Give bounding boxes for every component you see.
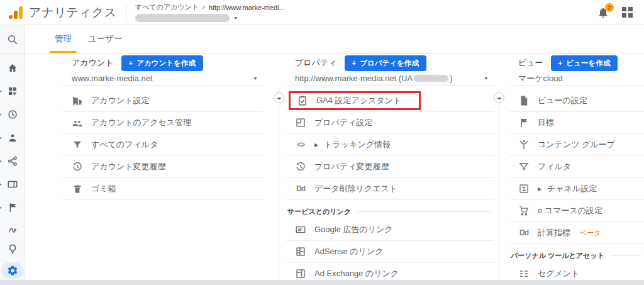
calculated-metrics-dd-icon: Dd (518, 228, 530, 237)
red-highlight-box: GA4 設定アシスタント (289, 91, 421, 110)
view-selector[interactable]: マーケcloud (509, 71, 644, 86)
menu-item-tracking-info[interactable]: <> ▶ トラッキング情報 (286, 134, 494, 156)
breadcrumb-property-path[interactable]: http://www.marke-medi... (209, 4, 285, 11)
menu-item-all-filters[interactable]: すべてのフィルタ (63, 134, 263, 156)
menu-item-filters[interactable]: フィルタ (509, 156, 644, 178)
nav-audience-icon[interactable]: ▸ (7, 132, 18, 143)
column-divider (499, 88, 499, 280)
menu-item-property-settings[interactable]: プロパティ設定 (286, 112, 494, 134)
menu-item-channel-settings[interactable]: ▶ チャネル設定 (509, 178, 644, 200)
create-account-button[interactable]: + アカウントを作成 (121, 55, 203, 71)
property-column: プロパティ + プロパティを作成 http://www.marke-media.… (286, 55, 494, 285)
menu-item-adsense-link[interactable]: AdSense のリンク (286, 241, 494, 263)
shopping-cart-icon (518, 205, 530, 216)
menu-item-content-grouping[interactable]: コンテンツ グループ (509, 134, 644, 156)
section-product-links: サービスとのリンク (286, 204, 494, 219)
nav-behavior-icon[interactable]: ▸ (7, 179, 18, 190)
apps-grid-icon[interactable] (622, 7, 633, 18)
property-selector[interactable]: http://www.marke-media.net (UA ) ▼ (286, 71, 494, 86)
redacted-account-name (135, 14, 230, 22)
expand-arrow-icon: ▶ (314, 142, 318, 148)
nav-expander-icon: ▸ (0, 159, 2, 164)
people-icon (72, 117, 83, 128)
account-breadcrumb[interactable]: すべてのアカウント > http://www.marke-medi... ▼ (135, 3, 285, 22)
data-deletion-dd-icon: Dd (295, 184, 306, 193)
chevron-down-icon: ▼ (484, 76, 489, 81)
plus-icon: + (129, 59, 133, 67)
breadcrumb-separator: > (202, 4, 206, 11)
segments-icon (518, 268, 530, 279)
ad-exchange-link-icon (295, 268, 306, 279)
column-collapse-arrow-button[interactable]: ➜ (494, 92, 504, 103)
nav-home-icon[interactable] (7, 62, 18, 74)
create-view-button[interactable]: + ビューを作成 (551, 55, 618, 71)
history-icon (295, 161, 306, 172)
menu-item-account-access[interactable]: アカウントのアクセス管理 (63, 112, 263, 134)
filter-funnel-icon (518, 161, 530, 172)
redacted-ua-id (414, 75, 448, 82)
nav-expander-icon: ▸ (0, 112, 2, 117)
document-icon (518, 95, 530, 106)
nav-realtime-icon[interactable]: ▸ (7, 109, 18, 120)
nav-acquisition-icon[interactable]: ▸ (7, 155, 18, 167)
property-column-title: プロパティ (295, 57, 337, 69)
search-icon[interactable] (7, 34, 18, 45)
view-column: ビュー + ビューを作成 マーケcloud ビューの設定 目標 (509, 55, 644, 285)
expand-arrow-icon: ▶ (538, 186, 541, 192)
menu-item-ga4-setup-assistant[interactable]: GA4 設定アシスタント (286, 90, 494, 112)
header-divider (126, 4, 126, 21)
menu-item-property-change-history[interactable]: プロパティ変更履歴 (286, 156, 494, 178)
column-collapse-arrow-button[interactable]: ➜ (274, 92, 284, 103)
building-icon (72, 95, 83, 106)
nav-conversions-icon[interactable]: ▸ (7, 202, 18, 213)
plus-icon: + (558, 59, 563, 67)
trash-icon (72, 183, 83, 194)
menu-item-account-change-history[interactable]: アカウント変更履歴 (63, 156, 263, 178)
menu-item-view-settings[interactable]: ビューの設定 (509, 90, 644, 112)
account-column-title: アカウント (72, 57, 114, 69)
adsense-link-icon (295, 246, 306, 257)
view-column-title: ビュー (518, 57, 543, 69)
left-navigation-sidebar: ▸ ▸ ▸ ▸ ▸ ▸ (0, 25, 25, 280)
nav-expander-icon: ▸ (0, 89, 2, 94)
nav-expander-icon: ▸ (0, 182, 2, 187)
flag-icon (518, 117, 530, 128)
analytics-admin-page: アナリティクス すべてのアカウント > http://www.marke-med… (0, 0, 644, 285)
app-title: アナリティクス (29, 4, 117, 21)
menu-item-goals[interactable]: 目標 (509, 112, 644, 134)
sidebar-divider (0, 53, 25, 53)
code-icon: <> (295, 140, 306, 149)
section-personal-tools: パーソナル ツールとアセット (509, 248, 644, 263)
breadcrumb-all-accounts[interactable]: すべてのアカウント (135, 3, 199, 12)
notification-count-badge: 2 (605, 3, 614, 12)
nav-customization-icon[interactable]: ▸ (7, 86, 18, 97)
plus-icon: + (352, 59, 357, 67)
nav-discover-icon[interactable] (7, 243, 18, 255)
menu-item-data-deletion-request[interactable]: Dd データ削除リクエスト (286, 178, 494, 200)
channel-settings-icon (518, 183, 530, 194)
chevron-down-icon: ▼ (253, 76, 258, 81)
create-property-button[interactable]: + プロパティを作成 (345, 55, 426, 71)
menu-item-trash-can[interactable]: ゴミ箱 (63, 178, 263, 200)
beta-badge: ベータ (580, 228, 601, 238)
menu-item-account-settings[interactable]: アカウント設定 (63, 90, 263, 112)
admin-content: アカウント + アカウントを作成 www.marke-media.net ▼ ア… (25, 53, 644, 280)
page-bottom-strip (0, 280, 644, 285)
nav-attribution-icon[interactable] (7, 225, 18, 236)
notifications-bell-icon[interactable]: 2 (597, 6, 609, 19)
account-column: アカウント + アカウントを作成 www.marke-media.net ▼ ア… (63, 55, 263, 200)
tab-admin[interactable]: 管理 (47, 25, 80, 53)
account-selector[interactable]: www.marke-media.net ▼ (63, 71, 263, 86)
column-divider (279, 88, 279, 280)
chevron-down-icon[interactable]: ▼ (233, 16, 238, 21)
nav-admin-gear-icon[interactable] (1, 262, 24, 279)
nav-expander-icon: ▸ (0, 135, 2, 140)
content-grouping-icon (518, 139, 530, 150)
menu-item-calculated-metrics[interactable]: Dd 計算指標 ベータ (509, 222, 644, 244)
tab-user[interactable]: ユーザー (80, 25, 131, 53)
google-ads-link-icon (295, 224, 306, 235)
history-icon (72, 161, 83, 172)
google-analytics-logo-icon[interactable] (9, 6, 23, 19)
menu-item-google-ads-link[interactable]: Google 広告のリンク (286, 219, 494, 241)
menu-item-ecommerce-settings[interactable]: e コマースの設定 (509, 200, 644, 222)
